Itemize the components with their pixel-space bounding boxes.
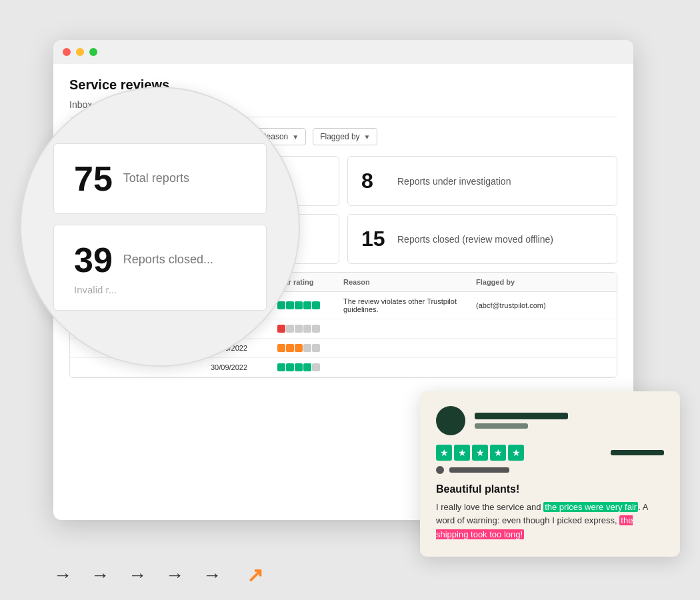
cell-stars-2 [277, 325, 344, 333]
stat-investigation-number: 8 [361, 169, 388, 193]
review-meta-dot [436, 466, 444, 474]
review-body-before: I really love the service and [436, 502, 543, 512]
star-o1 [277, 344, 285, 352]
circle-zoom-overlay: 75 Total reports 39 Reports closed... In… [20, 87, 300, 367]
zoom-sublabel: Invalid r... [74, 284, 246, 295]
review-card-overlay: ★ ★ ★ ★ ★ Beautiful plants! I really lov… [420, 391, 680, 557]
star-o5 [312, 344, 320, 352]
stat-offline-label: Reports closed (review moved offline) [397, 234, 553, 245]
col-reason: Reason [343, 278, 476, 286]
arrow-2: → [91, 565, 109, 586]
window-minimize-dot[interactable] [76, 48, 84, 56]
zoom-total-number: 75 [74, 159, 113, 199]
stat-offline-number: 15 [361, 227, 388, 251]
cell-stars-1 [277, 301, 344, 309]
star-r5 [312, 325, 320, 333]
zoom-total-label: Total reports [123, 171, 189, 185]
flagged-by-filter[interactable]: Flagged by ▼ [313, 128, 377, 145]
very-fair-text: very fair [606, 502, 637, 512]
star-r3 [295, 325, 303, 333]
star-g2 [286, 363, 294, 371]
cell-stars-3 [277, 344, 344, 352]
browser-titlebar [53, 40, 633, 64]
review-star-4: ★ [490, 445, 506, 461]
star-r4 [303, 325, 311, 333]
zoom-card-total: 75 Total reports [53, 143, 267, 214]
star-g1 [277, 363, 285, 371]
review-stars-row: ★ ★ ★ ★ ★ [436, 445, 664, 461]
review-meta-bar [449, 467, 509, 473]
cell-flagged-1: (abcf@trustpilot.com) [476, 301, 609, 309]
review-star-2: ★ [454, 445, 470, 461]
window-maximize-dot[interactable] [89, 48, 97, 56]
stat-card-offline: 15 Reports closed (review moved offline) [347, 214, 617, 264]
stat-investigation-label: Reports under investigation [397, 176, 511, 187]
review-header [436, 406, 664, 435]
reviewer-sub-bar [475, 423, 528, 429]
review-body: I really love the service and the prices… [436, 501, 664, 542]
star-3 [295, 301, 303, 309]
star-g3 [295, 363, 303, 371]
reviewer-name-bar [475, 413, 568, 419]
star-1 [277, 301, 285, 309]
star-g4 [303, 363, 311, 371]
review-stars: ★ ★ ★ ★ ★ [436, 445, 524, 461]
star-g5 [312, 363, 320, 371]
review-highlight-green: the prices were very fair [543, 502, 638, 512]
zoom-card-closed: 39 Reports closed... Invalid r... [53, 225, 267, 311]
star-2 [286, 301, 294, 309]
window-close-dot[interactable] [63, 48, 71, 56]
zoom-closed-label: Reports closed... [123, 253, 213, 267]
arrow-3: → [128, 565, 147, 586]
review-date-bar [611, 450, 664, 455]
review-star-5: ★ [508, 445, 524, 461]
review-meta-row [436, 466, 664, 474]
star-r1 [277, 325, 285, 333]
star-4 [303, 301, 311, 309]
arrow-1: → [53, 565, 72, 586]
arrows-row: → → → → → ↗ [53, 563, 263, 587]
review-title: Beautiful plants! [436, 483, 664, 495]
col-flagged-by: Flagged by [476, 278, 609, 286]
cell-stars-4 [277, 363, 344, 371]
reason-arrow: ▼ [292, 133, 299, 141]
arrow-5: → [203, 565, 221, 586]
cell-reason-1: The review violates other Trustpilot gui… [343, 297, 476, 313]
star-o4 [303, 344, 311, 352]
reviewer-avatar [436, 406, 465, 435]
review-star-3: ★ [472, 445, 488, 461]
stat-card-investigation: 8 Reports under investigation [347, 156, 617, 206]
cell-date-4: 30/09/2022 [211, 363, 277, 371]
arrow-orange: ↗ [247, 563, 263, 587]
arrow-4: → [165, 565, 184, 586]
star-r2 [286, 325, 294, 333]
star-o3 [295, 344, 303, 352]
review-star-1: ★ [436, 445, 452, 461]
star-o2 [286, 344, 294, 352]
star-5 [312, 301, 320, 309]
flagged-by-arrow: ▼ [364, 133, 371, 141]
reviewer-info [475, 413, 568, 429]
zoom-closed-number: 39 [74, 240, 113, 280]
